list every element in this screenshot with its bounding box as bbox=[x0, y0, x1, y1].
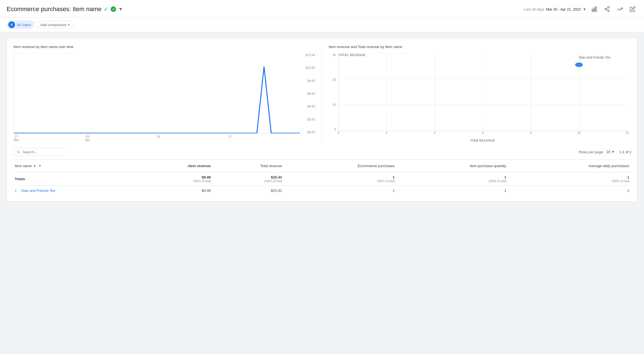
line-chart-x-axis: 27Mar 03Apr 10 17 bbox=[14, 134, 300, 142]
scatter-x-0: 0 bbox=[338, 131, 339, 134]
segment-label: All Users bbox=[17, 23, 31, 27]
line-chart-plot bbox=[14, 53, 300, 134]
item-name-sort-icon: ▼ bbox=[33, 164, 36, 168]
totals-item-purchase-quantity: 1 100% of total bbox=[397, 172, 509, 186]
y-label-10: $10.00 bbox=[306, 66, 315, 69]
totals-total-revenue: $25.42 100% of total bbox=[213, 172, 284, 186]
edit-icon[interactable] bbox=[628, 4, 637, 14]
bar-chart-icon[interactable] bbox=[590, 4, 599, 14]
svg-point-27 bbox=[17, 150, 20, 153]
svg-line-28 bbox=[19, 153, 20, 154]
svg-line-8 bbox=[606, 8, 608, 9]
all-users-chip[interactable]: A All Users bbox=[7, 20, 34, 29]
row-item-revenue: $9.99 bbox=[135, 186, 213, 196]
page-info: 1-1 of 1 bbox=[619, 150, 631, 154]
svg-point-6 bbox=[608, 10, 610, 12]
rows-per-page-label: Rows per page: bbox=[579, 150, 604, 154]
line-chart-section: Item revenue by Item name over time $12.… bbox=[13, 44, 322, 143]
svg-rect-3 bbox=[596, 7, 597, 12]
plus-icon: + bbox=[68, 22, 70, 27]
date-range[interactable]: Last 28 days Mar 25 - Apr 21, 2022 ▼ bbox=[524, 7, 586, 11]
table-head: Item name ▼ + ↓Item revenue Total revenu… bbox=[13, 160, 631, 172]
scatter-y-0: 0 bbox=[334, 128, 336, 131]
x-label-27mar: 27Mar bbox=[14, 135, 19, 142]
header-right: Last 28 days Mar 25 - Apr 21, 2022 ▼ bbox=[524, 4, 637, 14]
line-chart-container: $12.00 $10.00 $8.00 $6.00 $4.00 $2.00 $0… bbox=[14, 53, 315, 142]
col-header-total-revenue[interactable]: Total revenue bbox=[213, 160, 284, 172]
row-item-purchase-quantity: 1 bbox=[397, 186, 509, 196]
scatter-x-2: 2 bbox=[386, 131, 387, 134]
svg-rect-1 bbox=[592, 9, 593, 11]
y-label-0: $0.00 bbox=[307, 130, 315, 134]
row-total-revenue: $25.42 bbox=[213, 186, 284, 196]
table-section: Rows per page: 10 25 50 ▼ 1-1 of 1 bbox=[13, 145, 631, 196]
table-toolbar: Rows per page: 10 25 50 ▼ 1-1 of 1 bbox=[13, 145, 631, 160]
add-comparison-label: Add comparison bbox=[40, 23, 66, 27]
col-header-item-name[interactable]: Item name ▼ + bbox=[13, 160, 135, 172]
totals-avg-daily-purchasers: 1 100% of total bbox=[508, 172, 631, 186]
line-chart-title: Item revenue by Item name over time bbox=[14, 45, 315, 49]
x-label-17: 17 bbox=[228, 135, 232, 138]
page-title: Ecommerce purchases: Item name bbox=[7, 6, 101, 13]
line-chart-svg bbox=[14, 53, 300, 134]
title-dropdown-icon[interactable]: ▼ bbox=[118, 7, 123, 12]
scatter-chart-container: 30 20 10 0 TOTAL REVENUE bbox=[329, 53, 627, 142]
x-label-10: 10 bbox=[157, 135, 160, 138]
search-input[interactable] bbox=[23, 150, 64, 154]
scatter-plot: Stan and Friends Tee bbox=[338, 53, 627, 131]
trending-icon[interactable] bbox=[615, 4, 625, 14]
row-ecommerce-purchases: 1 bbox=[284, 186, 397, 196]
table-body: Totals $9.99 100% of total $25.42 100% o… bbox=[13, 172, 631, 196]
data-table: Item name ▼ + ↓Item revenue Total revenu… bbox=[13, 160, 631, 196]
y-label-8: $8.00 bbox=[307, 79, 315, 82]
subheader: A All Users Add comparison + bbox=[0, 17, 644, 32]
rows-per-page-select-wrapper[interactable]: 10 25 50 ▼ bbox=[606, 150, 615, 154]
date-range-label: Last 28 days bbox=[524, 7, 545, 11]
table-header-row: Item name ▼ + ↓Item revenue Total revenu… bbox=[13, 160, 631, 172]
x-label-03apr: 03Apr bbox=[85, 135, 90, 142]
date-range-value: Mar 25 - Apr 21, 2022 bbox=[546, 7, 581, 11]
page-header: Ecommerce purchases: Item name ✓︎ ▼ Last… bbox=[0, 0, 644, 17]
charts-card: Item revenue by Item name over time $12.… bbox=[7, 38, 637, 202]
status-check-icon: ✓︎ bbox=[104, 6, 108, 12]
pagination-controls: Rows per page: 10 25 50 ▼ 1-1 of 1 bbox=[579, 150, 631, 154]
y-label-4: $4.00 bbox=[307, 105, 315, 108]
scatter-svg bbox=[339, 53, 627, 131]
scatter-x-10: 10 bbox=[577, 131, 581, 134]
share-icon[interactable] bbox=[602, 4, 612, 14]
y-label-2: $2.00 bbox=[307, 118, 315, 121]
scatter-x-6: 6 bbox=[482, 131, 483, 134]
scatter-x-title: ITEM REVENUE bbox=[338, 139, 627, 142]
col-header-item-revenue[interactable]: ↓Item revenue bbox=[135, 160, 213, 172]
status-green-icon bbox=[111, 6, 116, 12]
search-container[interactable] bbox=[13, 148, 68, 156]
scatter-y-30: 30 bbox=[333, 53, 336, 57]
scatter-y-20: 20 bbox=[333, 78, 336, 81]
scatter-x-12: 12 bbox=[625, 131, 629, 134]
scatter-y-axis: 30 20 10 0 bbox=[329, 53, 337, 131]
svg-rect-2 bbox=[594, 8, 595, 11]
scatter-x-axis: 0 2 4 6 8 10 12 bbox=[338, 131, 627, 137]
scatter-x-4: 4 bbox=[434, 131, 435, 134]
table-row: 1 Stan and Friends Tee $9.99 $25.42 1 1 … bbox=[13, 186, 631, 196]
row-item-name[interactable]: Stan and Friends Tee bbox=[21, 189, 55, 193]
add-comparison-button[interactable]: Add comparison + bbox=[37, 21, 74, 29]
add-column-button[interactable]: + bbox=[37, 162, 43, 169]
date-dropdown-icon[interactable]: ▼ bbox=[583, 7, 586, 11]
scatter-dot bbox=[575, 62, 583, 67]
main-content: Item revenue by Item name over time $12.… bbox=[0, 32, 644, 212]
scatter-chart-section: Item revenue and Total revenue by Item n… bbox=[322, 44, 631, 143]
totals-item-revenue: $9.99 100% of total bbox=[135, 172, 213, 186]
y-label-12: $12.00 bbox=[306, 53, 315, 57]
totals-ecommerce-purchases: 1 100% of total bbox=[284, 172, 397, 186]
scatter-x-8: 8 bbox=[530, 131, 532, 134]
search-icon bbox=[17, 150, 21, 154]
col-header-avg-daily-purchasers[interactable]: Average daily purchasers bbox=[508, 160, 631, 172]
y-label-6: $6.00 bbox=[307, 92, 315, 95]
segment-avatar: A bbox=[8, 21, 15, 28]
dot-label: Stan and Friends Tee bbox=[579, 56, 610, 59]
svg-line-7 bbox=[606, 9, 608, 11]
col-header-ecommerce-purchases[interactable]: Ecommerce purchases bbox=[284, 160, 397, 172]
rows-per-page-select[interactable]: 10 25 50 bbox=[606, 150, 615, 154]
col-header-item-purchase-quantity[interactable]: Item purchase quantity bbox=[397, 160, 509, 172]
